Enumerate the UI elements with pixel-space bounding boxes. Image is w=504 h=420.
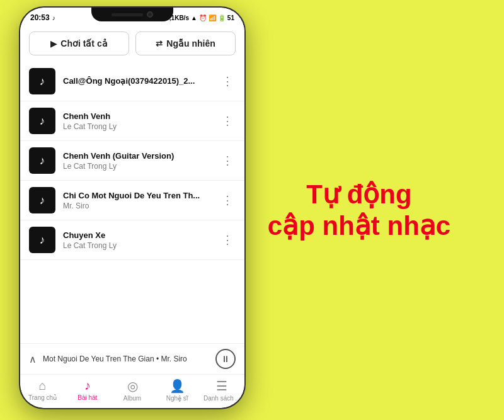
- pause-icon: ⏸: [221, 354, 230, 364]
- nav-icon: ⌂: [39, 378, 47, 393]
- play-icon: ▶: [50, 39, 57, 48]
- nav-icon: ◎: [127, 378, 138, 394]
- song-info: Chi Co Mot Nguoi De Yeu Tren Th... Mr. S…: [63, 191, 212, 210]
- play-all-label: Chơi tất cả: [60, 38, 107, 48]
- song-thumbnail: ♪: [29, 227, 55, 253]
- nav-icon: ♪: [84, 378, 91, 393]
- nav-label: Danh sách ...: [203, 395, 241, 402]
- music-note-thumb-icon: ♪: [40, 154, 45, 167]
- music-note-icon: ♪: [52, 14, 55, 21]
- song-artist: Le Cat Trong Ly: [63, 162, 212, 171]
- nav-item-trang-chủ[interactable]: ⌂ Trang chủ: [20, 378, 65, 402]
- song-title: Call@Ông Ngoại(0379422015)_2...: [63, 76, 212, 86]
- music-note-thumb-icon: ♪: [40, 75, 45, 88]
- nav-label: Nghệ sĩ: [166, 395, 188, 402]
- mini-track-info: Mot Nguoi De Yeu Tren The Gian • Mr. Sir…: [43, 355, 209, 363]
- pause-button[interactable]: ⏸: [215, 349, 236, 369]
- song-info: Call@Ông Ngoại(0379422015)_2...: [63, 76, 212, 87]
- battery-icon: 🔋: [218, 14, 226, 21]
- song-thumbnail: ♪: [29, 147, 55, 174]
- song-item[interactable]: ♪ Chi Co Mot Nguoi De Yeu Tren Th... Mr.…: [20, 181, 244, 220]
- song-info: Chenh Venh Le Cat Trong Ly: [63, 111, 212, 131]
- shuffle-icon: ⇄: [156, 39, 163, 48]
- chevron-up-icon: ∧: [29, 353, 37, 365]
- mini-player[interactable]: ∧ Mot Nguoi De Yeu Tren The Gian • Mr. S…: [20, 343, 244, 374]
- nav-icon: 👤: [169, 378, 185, 394]
- song-item[interactable]: ♪ Chenh Venh (Guitar Version) Le Cat Tro…: [20, 141, 244, 181]
- music-note-thumb-icon: ♪: [40, 234, 45, 247]
- song-info: Chuyen Xe Le Cat Trong Ly: [63, 230, 212, 250]
- song-more-button[interactable]: ⋮: [219, 151, 236, 170]
- mini-track-name: Mot Nguoi De Yeu Tren The Gian: [43, 355, 154, 363]
- alarm-icon: ⏰: [199, 14, 207, 21]
- nav-label: Trang chủ: [28, 394, 57, 401]
- song-thumbnail: ♪: [29, 108, 55, 134]
- song-title: Chuyen Xe: [63, 230, 212, 240]
- nav-item-danh-sách-...[interactable]: ☰ Danh sách ...: [200, 378, 244, 402]
- notch-speaker: [112, 13, 143, 16]
- promo-line2: cập nhật nhạc: [252, 210, 466, 242]
- song-more-button[interactable]: ⋮: [219, 72, 236, 91]
- nav-item-bài-hát[interactable]: ♪ Bài hát: [65, 378, 110, 402]
- notch-camera: [147, 11, 153, 18]
- phone-screen: 20:53 ♪ 0,1KB/s ▲ ⏰ 📶 🔋 51 ▶ Chơi tất cả: [20, 8, 244, 408]
- phone-frame: 20:53 ♪ 0,1KB/s ▲ ⏰ 📶 🔋 51 ▶ Chơi tất cả: [19, 6, 246, 409]
- song-item[interactable]: ♪ Call@Ông Ngoại(0379422015)_2... ⋮: [20, 62, 244, 101]
- song-artist: Le Cat Trong Ly: [63, 122, 212, 131]
- wifi-icon: 📶: [209, 14, 216, 21]
- song-item[interactable]: ♪ Chenh Venh Le Cat Trong Ly ⋮: [20, 101, 244, 141]
- song-info: Chenh Venh (Guitar Version) Le Cat Trong…: [63, 151, 212, 171]
- promo-text: Tự động cập nhật nhạc: [252, 178, 466, 242]
- song-list: ♪ Call@Ông Ngoại(0379422015)_2... ⋮ ♪ Ch…: [20, 62, 244, 343]
- shuffle-button[interactable]: ⇄ Ngẫu nhiên: [135, 31, 236, 55]
- song-title: Chi Co Mot Nguoi De Yeu Tren Th...: [63, 191, 212, 200]
- mini-artist: Mr. Siro: [161, 355, 186, 363]
- action-buttons-row: ▶ Chơi tất cả ⇄ Ngẫu nhiên: [20, 25, 244, 62]
- promo-line1: Tự động: [252, 178, 466, 210]
- song-thumbnail: ♪: [29, 187, 55, 213]
- battery-percent: 51: [227, 14, 234, 21]
- song-more-button[interactable]: ⋮: [219, 191, 236, 210]
- music-note-thumb-icon: ♪: [40, 194, 45, 207]
- nav-item-album[interactable]: ◎ Album: [110, 378, 154, 402]
- signal-icon: ▲: [191, 14, 197, 21]
- nav-icon: ☰: [216, 378, 227, 394]
- song-more-button[interactable]: ⋮: [219, 111, 236, 130]
- status-time: 20:53: [30, 13, 50, 22]
- music-note-thumb-icon: ♪: [40, 115, 45, 128]
- bottom-nav: ⌂ Trang chủ ♪ Bài hát ◎ Album 👤 Nghệ sĩ …: [20, 374, 244, 408]
- song-artist: Le Cat Trong Ly: [63, 241, 212, 250]
- song-thumbnail: ♪: [29, 68, 55, 94]
- song-artist: Mr. Siro: [63, 201, 212, 210]
- song-title: Chenh Venh (Guitar Version): [63, 151, 212, 161]
- song-more-button[interactable]: ⋮: [219, 230, 236, 249]
- nav-label: Album: [123, 395, 141, 402]
- song-title: Chenh Venh: [63, 111, 212, 121]
- nav-item-nghệ-sĩ[interactable]: 👤 Nghệ sĩ: [155, 378, 200, 402]
- content-area: ▶ Chơi tất cả ⇄ Ngẫu nhiên ♪ Call@Ông Ng…: [20, 25, 244, 343]
- status-icons: 0,1KB/s ▲ ⏰ 📶 🔋 51: [166, 14, 234, 21]
- song-item[interactable]: ♪ Chuyen Xe Le Cat Trong Ly ⋮: [20, 220, 244, 260]
- play-all-button[interactable]: ▶ Chơi tất cả: [29, 31, 129, 55]
- notch: [91, 8, 173, 21]
- nav-label: Bài hát: [77, 394, 97, 401]
- shuffle-label: Ngẫu nhiên: [166, 38, 215, 48]
